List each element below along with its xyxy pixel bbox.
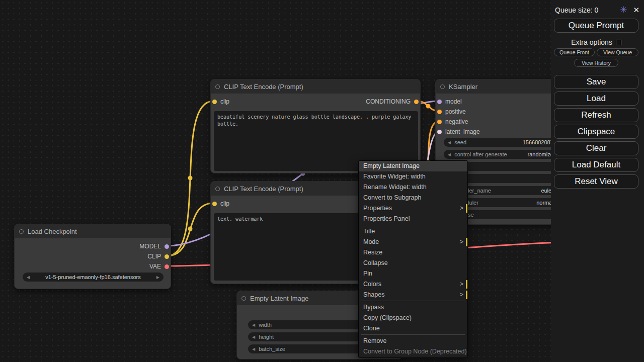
- left-arrow-icon[interactable]: ◀: [252, 335, 255, 339]
- node-header[interactable]: Load Checkpoint: [15, 224, 171, 238]
- context-menu-item-remove[interactable]: Remove: [359, 336, 467, 346]
- input-slot-negative[interactable]: negative: [437, 118, 468, 126]
- collapse-dot-icon[interactable]: [19, 229, 24, 234]
- save-button[interactable]: Save: [554, 75, 638, 89]
- load-button[interactable]: Load: [554, 92, 638, 106]
- node-load-checkpoint[interactable]: Load Checkpoint MODEL CLIP VAE ◀ v1-5-pr…: [14, 224, 171, 289]
- queue-size-label: Queue size: 0: [555, 6, 620, 14]
- context-menu-item-pin[interactable]: Pin: [359, 268, 467, 279]
- slot-label: latent_image: [445, 128, 480, 135]
- node-header[interactable]: CLIP Text Encode (Prompt): [211, 79, 420, 94]
- model-slot-icon[interactable]: [437, 100, 442, 104]
- control-after-generate-widget[interactable]: ◀ control after generate randomize ▶: [444, 150, 564, 159]
- context-menu-separator: [361, 225, 465, 225]
- slot-label: model: [445, 98, 462, 105]
- submenu-arrow-icon: >: [460, 203, 463, 214]
- context-menu-item-colors[interactable]: Colors >: [359, 279, 467, 290]
- clipspace-button[interactable]: Clipspace: [554, 125, 638, 139]
- output-slot-conditioning[interactable]: CONDITIONING: [366, 98, 419, 106]
- link-dot: [188, 176, 193, 180]
- collapse-dot-icon[interactable]: [242, 296, 246, 301]
- slot-label: CONDITIONING: [366, 98, 411, 105]
- context-menu-item-title[interactable]: Title: [359, 226, 467, 237]
- reset-view-button[interactable]: Reset View: [554, 174, 638, 189]
- widget-label: seed: [454, 139, 466, 145]
- input-slot-clip[interactable]: clip: [212, 200, 229, 208]
- clip-slot-icon[interactable]: [165, 254, 169, 259]
- node-title: CLIP Text Encode (Prompt): [224, 185, 303, 193]
- output-slot-model[interactable]: MODEL: [139, 242, 169, 250]
- left-arrow-icon[interactable]: ◀: [448, 152, 451, 157]
- extra-options-checkbox[interactable]: [616, 40, 621, 45]
- context-menu-item-mode[interactable]: Mode >: [359, 237, 467, 247]
- submenu-accent-bar: [466, 204, 467, 213]
- left-arrow-icon[interactable]: ◀: [448, 140, 451, 145]
- close-icon[interactable]: ✕: [633, 6, 639, 15]
- node-clip-text-encode-positive[interactable]: CLIP Text Encode (Prompt) clip CONDITION…: [210, 79, 421, 173]
- slot-label: CLIP: [147, 253, 161, 260]
- context-menu-separator: [361, 301, 465, 301]
- context-menu-item-shapes[interactable]: Shapes >: [359, 290, 467, 300]
- extra-options-row: Extra options: [554, 38, 638, 46]
- context-menu-item-resize[interactable]: Resize: [359, 247, 467, 258]
- node-header[interactable]: KSampler: [436, 79, 567, 94]
- latent-slot-icon[interactable]: [437, 130, 442, 134]
- node-title: CLIP Text Encode (Prompt): [224, 83, 303, 90]
- refresh-button[interactable]: Refresh: [554, 108, 638, 122]
- conditioning-slot-icon[interactable]: [414, 100, 419, 104]
- context-menu-item-convert-to-subgraph[interactable]: Convert to Subgraph: [359, 193, 467, 203]
- conditioning-slot-icon[interactable]: [437, 120, 442, 124]
- widget-label: control after generate: [454, 151, 507, 157]
- left-arrow-icon[interactable]: ◀: [252, 347, 255, 351]
- queue-front-button[interactable]: Queue Front: [554, 48, 595, 56]
- collapse-dot-icon[interactable]: [215, 84, 220, 89]
- context-menu-separator: [361, 334, 465, 335]
- collapse-dot-icon[interactable]: [215, 187, 220, 191]
- context-menu-item-rename-widget[interactable]: Rename Widget: width: [359, 182, 467, 193]
- left-arrow-icon[interactable]: ◀: [27, 275, 30, 280]
- load-default-button[interactable]: Load Default: [554, 158, 638, 172]
- slot-label: clip: [220, 98, 229, 105]
- view-queue-button[interactable]: View Queue: [597, 48, 638, 56]
- input-slot-model[interactable]: model: [437, 98, 462, 106]
- clear-button[interactable]: Clear: [554, 141, 638, 155]
- left-arrow-icon[interactable]: ◀: [252, 323, 255, 327]
- context-menu-item-properties-panel[interactable]: Properties Panel: [359, 214, 467, 224]
- right-arrow-icon[interactable]: ▶: [156, 275, 159, 280]
- node-title: Empty Latent Image: [250, 295, 308, 302]
- context-menu-item-copy-clipspace[interactable]: Copy (Clipspace): [359, 313, 467, 323]
- slot-label: clip: [220, 200, 229, 207]
- submenu-arrow-icon: >: [460, 279, 463, 290]
- conditioning-slot-icon[interactable]: [437, 110, 442, 114]
- vae-slot-icon[interactable]: [165, 264, 169, 269]
- model-slot-icon[interactable]: [165, 244, 169, 249]
- clip-slot-icon[interactable]: [212, 100, 217, 104]
- view-history-button[interactable]: View History: [574, 59, 618, 67]
- context-menu-item-bypass[interactable]: Bypass: [359, 302, 467, 313]
- node-title: KSampler: [449, 83, 477, 90]
- context-menu-item-favorite-widget[interactable]: Favorite Widget: width: [359, 171, 467, 182]
- menu-header: Queue size: 0 ✳ ✕: [555, 5, 639, 15]
- output-slot-clip[interactable]: CLIP: [147, 252, 169, 260]
- node-context-menu: Empty Latent Image Favorite Widget: widt…: [358, 160, 468, 358]
- settings-gear-icon[interactable]: ✳: [620, 5, 627, 15]
- seed-widget[interactable]: ◀ seed 1566802087 ▶: [444, 138, 564, 147]
- clip-slot-icon[interactable]: [212, 202, 217, 206]
- submenu-accent-bar: [466, 291, 467, 299]
- queue-prompt-button[interactable]: Queue Prompt: [554, 19, 638, 33]
- context-menu-item-properties[interactable]: Properties >: [359, 203, 467, 214]
- link-dot: [426, 104, 431, 109]
- widget-value: v1-5-pruned-emaonly-fp16.safetensors: [45, 274, 141, 280]
- context-menu-item-clone[interactable]: Clone: [359, 323, 467, 334]
- input-slot-clip[interactable]: clip: [212, 98, 229, 106]
- context-menu-item-collapse[interactable]: Collapse: [359, 258, 467, 268]
- output-slot-vae[interactable]: VAE: [149, 262, 169, 270]
- context-menu-item-convert-to-group-node[interactable]: Convert to Group Node (Deprecated): [359, 346, 467, 357]
- input-slot-positive[interactable]: positive: [437, 108, 466, 116]
- collapse-dot-icon[interactable]: [440, 84, 445, 89]
- input-slot-latent-image[interactable]: latent_image: [437, 128, 480, 136]
- ckpt-name-widget[interactable]: ◀ v1-5-pruned-emaonly-fp16.safetensors ▶: [23, 273, 164, 282]
- submenu-accent-bar: [466, 238, 467, 246]
- extra-options-label: Extra options: [571, 38, 612, 46]
- widget-label: width: [259, 322, 272, 328]
